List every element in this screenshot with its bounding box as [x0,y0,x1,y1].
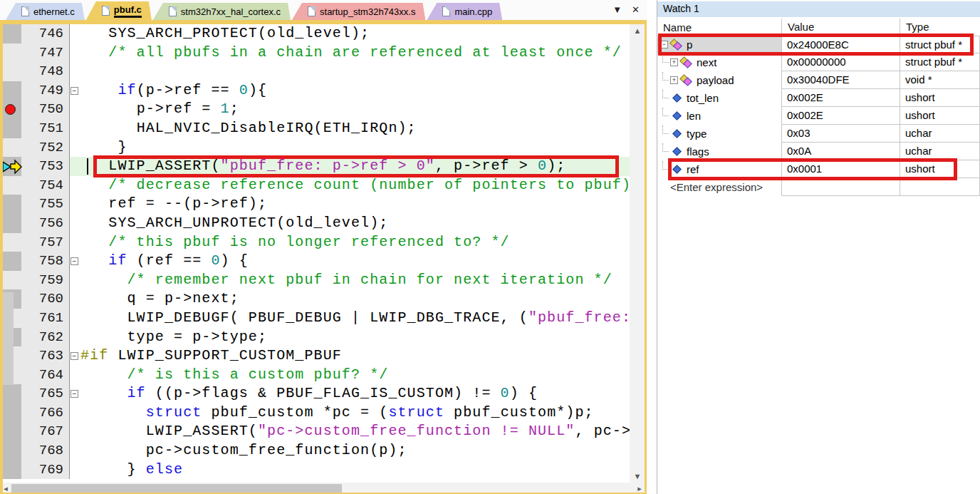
vertical-scrollbar[interactable] [630,24,645,483]
watch-row-p[interactable]: −p0x24000E8Cstruct pbuf * [657,36,980,53]
watch-row-next[interactable]: +next0x00000000struct pbuf * [657,53,980,71]
code-line[interactable]: 754 /* decrease reference count (number … [0,176,630,195]
code-line[interactable]: 768 pc->custom_free_function(p); [0,441,630,460]
variable-value[interactable]: 0x03 [781,125,900,143]
empty-value-cell[interactable] [781,178,900,196]
code-line[interactable]: 760 q = p->next; [0,289,630,309]
variable-value[interactable]: 0x002E [781,107,900,125]
fold-toggle-icon[interactable]: − [71,352,78,360]
scroll-right-icon[interactable]: ▸ [634,483,645,494]
code-line[interactable]: 765− if ((p->flags & PBUF_FLAG_IS_CUSTOM… [0,384,630,403]
code-line[interactable]: 750 p->ref = 1; [0,100,630,119]
breakpoint-margin[interactable] [0,214,21,233]
breakpoint-margin[interactable] [0,157,21,176]
breakpoint-margin[interactable] [0,176,21,195]
code-text[interactable]: /* all pbufs in a chain are referenced a… [80,43,630,63]
watch-name-cell[interactable]: type [657,125,781,143]
code-line[interactable]: 767 LWIP_ASSERT("pc->custom_free_functio… [0,422,630,441]
code-text[interactable]: ref = --(p->ref); [80,195,630,214]
watch-row-enter-expression[interactable]: <Enter expression> [657,178,980,196]
code-text[interactable]: p->ref = 1; [80,100,630,119]
scroll-down-icon[interactable]: ▼ [630,470,645,483]
fold-toggle-icon[interactable]: − [71,87,78,95]
code-line[interactable]: 758− if (ref == 0) { [0,252,630,271]
code-line[interactable]: 755 ref = --(p->ref); [0,195,630,214]
code-line[interactable]: 759 /* remember next pbuf in chain for n… [0,271,630,290]
code-text[interactable]: q = p->next; [80,289,630,309]
breakpoint-margin[interactable] [0,460,21,480]
variable-value[interactable]: 0x00000000 [781,53,900,71]
breakpoint-margin[interactable] [0,100,21,119]
code-line[interactable]: 766 struct pbuf_custom *pc = (struct pbu… [0,403,630,423]
code-line[interactable]: 756 SYS_ARCH_UNPROTECT(old_level); [0,214,630,233]
code-line[interactable]: 746 SYS_ARCH_PROTECT(old_level); [0,24,630,43]
tab-dropdown-icon[interactable]: ▼ [612,4,622,15]
code-line[interactable]: 763−#if LWIP_SUPPORT_CUSTOM_PBUF [0,346,630,366]
breakpoint-margin[interactable] [0,43,21,63]
code-text[interactable]: /* this pbuf is no longer referenced to?… [80,233,630,252]
breakpoint-margin[interactable] [0,271,21,290]
horizontal-scrollbar-thumb[interactable] [11,484,342,493]
breakpoint-margin[interactable] [0,384,21,403]
variable-value[interactable]: 0x002E [781,89,900,107]
code-line[interactable]: 751 HAL_NVIC_DisableIRQ(ETH_IRQn); [0,119,630,138]
code-text[interactable]: if(p->ref == 0){ [80,81,630,101]
code-text[interactable]: /* decrease reference count (number of p… [80,176,630,195]
enter-expression-label[interactable]: <Enter expression> [657,178,781,196]
fold-toggle-icon[interactable]: − [71,390,78,398]
code-line[interactable]: 757 /* this pbuf is no longer referenced… [0,233,630,252]
watch-row-type[interactable]: type0x03uchar [657,125,980,143]
code-line[interactable]: 752 } [0,138,630,158]
variable-value[interactable]: 0x30040DFE [781,71,900,89]
breakpoint-margin[interactable] [0,62,21,81]
code-line[interactable]: 764 /* is this a custom pbuf? */ [0,366,630,385]
breakpoint-margin[interactable] [0,441,21,460]
code-text[interactable]: HAL_NVIC_DisableIRQ(ETH_IRQn); [80,119,630,138]
tab-close-icon[interactable]: ✕ [632,4,640,15]
breakpoint-margin[interactable] [0,233,21,252]
expand-icon[interactable]: + [670,58,678,66]
horizontal-scrollbar[interactable] [0,483,647,494]
code-text[interactable] [80,62,630,81]
code-line[interactable]: 747 /* all pbufs in a chain are referenc… [0,43,630,63]
watch-row-payload[interactable]: +payload0x30040DFEvoid * [657,71,980,89]
code-line[interactable]: 753 LWIP_ASSERT("pbuf_free: p->ref > 0",… [0,157,630,176]
breakpoint-margin[interactable] [0,24,21,43]
tab-stm32h7xx_hal_cortex-c[interactable]: stm32h7xx_hal_cortex.c [153,3,291,20]
breakpoint-margin[interactable] [0,119,21,138]
tab-pbuf-c[interactable]: pbuf.c [86,1,152,20]
code-line[interactable]: 762 type = p->type; [0,328,630,347]
breakpoint-margin[interactable] [0,195,21,214]
watch-name-cell[interactable]: len [657,107,781,125]
breakpoint-margin[interactable] [0,138,21,158]
code-text[interactable]: LWIP_DEBUGF( PBUF_DEBUG | LWIP_DBG_TRACE… [80,309,630,328]
breakpoint-margin[interactable] [0,403,21,423]
code-line[interactable]: 769 } else [0,460,630,480]
code-text[interactable]: /* remember next pbuf in chain for next … [80,271,630,290]
code-text[interactable]: LWIP_ASSERT("pc->custom_free_function !=… [80,422,630,441]
watch-row-tot_len[interactable]: tot_len0x002Eushort [657,89,980,107]
code-text[interactable]: pc->custom_free_function(p); [80,441,630,460]
watch-row-len[interactable]: len0x002Eushort [657,107,980,125]
watch-name-cell[interactable]: tot_len [657,89,781,107]
scroll-left-icon[interactable]: ◂ [0,483,11,494]
code-text[interactable]: SYS_ARCH_UNPROTECT(old_level); [80,214,630,233]
code-line[interactable]: 748 [0,62,630,81]
breakpoint-margin[interactable] [0,422,21,441]
watch-name-cell[interactable]: +next [657,53,781,71]
tab-main-cpp[interactable]: main.cpp [427,3,502,20]
watch-name-cell[interactable]: +payload [657,71,781,89]
code-text[interactable]: } else [80,460,630,480]
code-text[interactable]: /* is this a custom pbuf? */ [80,366,630,385]
code-text[interactable]: } [80,138,630,158]
code-text[interactable]: SYS_ARCH_PROTECT(old_level); [80,24,630,43]
vertical-scrollbar-thumb[interactable] [2,292,14,385]
code-text[interactable]: struct pbuf_custom *pc = (struct pbuf_cu… [80,403,630,423]
watch-row-ref[interactable]: ref0x0001ushort [657,160,980,178]
breakpoint-margin[interactable] [0,81,21,101]
code-line[interactable]: 761 LWIP_DEBUGF( PBUF_DEBUG | LWIP_DBG_T… [0,309,630,328]
expand-icon[interactable]: + [670,76,678,84]
scroll-up-icon[interactable]: ▲ [630,24,645,37]
code-line[interactable]: 749− if(p->ref == 0){ [0,81,630,101]
code-text[interactable]: if ((p->flags & PBUF_FLAG_IS_CUSTOM) != … [80,384,630,403]
